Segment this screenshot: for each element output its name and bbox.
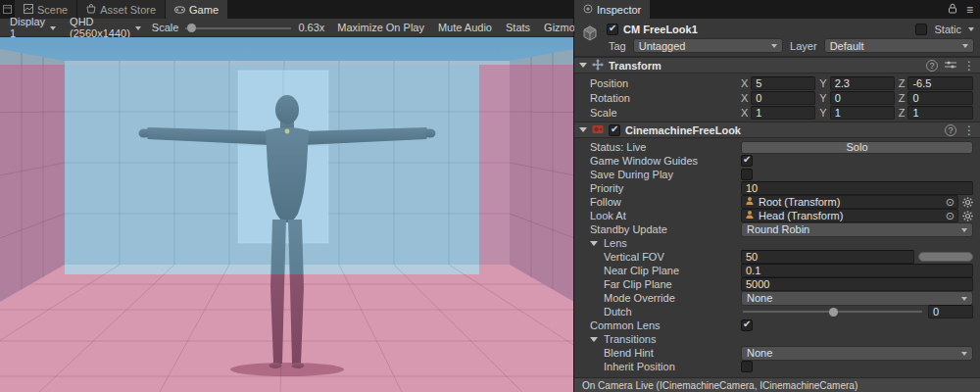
tag-label: Tag	[607, 40, 628, 52]
foldout-icon[interactable]	[579, 63, 587, 68]
tag-dropdown[interactable]: Untagged	[633, 38, 783, 53]
active-checkbox[interactable]	[607, 24, 618, 35]
near-clip-field[interactable]: 0.1	[741, 264, 973, 277]
look-at-row: Look At Head (Transform) ⊙	[574, 209, 980, 222]
dutch-slider[interactable]	[741, 306, 924, 318]
chevron-down-icon	[135, 26, 141, 30]
unity-editor: Scene Asset Store Game Display 1 QHD (25…	[0, 0, 980, 392]
maximize-on-play-button[interactable]: Maximize On Play	[331, 19, 430, 36]
game-window-guides-row: Game Window Guides	[574, 154, 980, 168]
scale-z-field[interactable]: 1	[907, 106, 973, 120]
game-window-guides-checkbox[interactable]	[741, 155, 753, 167]
tab-game-label: Game	[189, 4, 219, 16]
static-label: Static	[932, 24, 963, 35]
rotation-y-field[interactable]: 0	[830, 91, 895, 105]
scale-x-field[interactable]: 1	[751, 106, 815, 120]
save-during-play-checkbox[interactable]	[741, 169, 753, 180]
priority-field[interactable]: 10	[741, 181, 973, 195]
component-enabled-checkbox[interactable]	[609, 124, 620, 136]
tab-inspector[interactable]: Inspector	[574, 0, 651, 19]
game-viewport[interactable]	[0, 37, 573, 392]
transitions-foldout-label[interactable]: Transitions	[602, 333, 658, 345]
object-picker-icon[interactable]: ⊙	[946, 197, 955, 208]
kebab-menu-icon[interactable]: ⋮	[963, 124, 975, 136]
help-icon[interactable]: ?	[945, 124, 956, 136]
transform-header: Transform ? ⋮	[574, 57, 980, 74]
asset-store-icon	[86, 4, 96, 16]
vertical-fov-slider[interactable]	[918, 252, 973, 262]
look-at-object-field[interactable]: Head (Transform) ⊙	[741, 209, 958, 222]
mute-audio-button[interactable]: Mute Audio	[432, 19, 498, 36]
inherit-position-checkbox[interactable]	[741, 361, 753, 372]
game-panel: Scene Asset Store Game Display 1 QHD (25…	[0, 0, 574, 392]
lock-icon[interactable]	[948, 3, 957, 16]
solo-button[interactable]: Solo	[741, 141, 973, 154]
dutch-slider-handle[interactable]	[829, 308, 838, 317]
standby-update-dropdown[interactable]: Round Robin	[741, 222, 973, 237]
layer-dropdown[interactable]: Default	[824, 38, 974, 53]
cinemachine-body: Status: Live Solo Game Window Guides Sav…	[574, 138, 980, 373]
position-z-field[interactable]: -6.5	[907, 76, 973, 90]
scale-slider[interactable]	[183, 19, 293, 36]
gameobject-name[interactable]: CM FreeLook1	[623, 24, 698, 35]
scale-y-field[interactable]: 1	[830, 106, 895, 120]
tab-inspector-label: Inspector	[597, 4, 641, 16]
gameobject-header: CM FreeLook1 Static Tag Untagged Layer D…	[574, 19, 980, 57]
scale-slider-handle[interactable]	[187, 24, 196, 32]
stats-button[interactable]: Stats	[500, 19, 536, 36]
rotation-x-field[interactable]: 0	[751, 91, 815, 105]
lens-foldout-label[interactable]: Lens	[602, 237, 629, 249]
menu-icon[interactable]: ≡	[966, 4, 973, 16]
display-dropdown[interactable]: Display 1	[4, 19, 62, 36]
game-icon	[174, 4, 185, 16]
vertical-fov-row: Vertical FOV 50	[574, 250, 980, 264]
layer-label: Layer	[788, 40, 819, 52]
cinemachine-header: CinemachineFreeLook ? ⋮	[574, 122, 980, 138]
gameobject-name-row: CM FreeLook1 Static	[607, 22, 974, 36]
mode-override-dropdown[interactable]: None	[741, 291, 973, 306]
status-row: Status: Live Solo	[574, 140, 980, 154]
guide-soft-zone-overlay	[65, 65, 479, 274]
position-y-field[interactable]: 2.3	[830, 76, 895, 90]
transform-title: Transform	[609, 60, 662, 72]
foldout-icon[interactable]	[590, 241, 598, 246]
foldout-icon[interactable]	[590, 337, 598, 342]
vertical-fov-field[interactable]: 50	[741, 250, 914, 264]
tab-asset-store-label: Asset Store	[100, 4, 156, 16]
gear-icon[interactable]	[962, 211, 973, 221]
object-picker-icon[interactable]: ⊙	[946, 211, 955, 221]
common-lens-checkbox[interactable]	[741, 319, 753, 331]
position-x-field[interactable]: 5	[751, 76, 815, 90]
transform-icon	[592, 59, 604, 73]
transitions-foldout-row: Transitions	[574, 332, 980, 346]
preset-icon[interactable]	[945, 60, 956, 72]
help-icon[interactable]: ?	[926, 60, 938, 72]
inspector-tab-actions: ≡	[948, 0, 980, 19]
dutch-field[interactable]: 0	[928, 305, 973, 318]
far-clip-field[interactable]: 5000	[741, 277, 973, 291]
foldout-icon[interactable]	[579, 127, 587, 132]
scene-icon	[24, 4, 33, 16]
static-checkbox[interactable]	[915, 24, 927, 35]
blend-hint-dropdown[interactable]: None	[741, 346, 973, 361]
rotation-z-field[interactable]: 0	[907, 91, 973, 105]
inspector-icon	[583, 4, 593, 16]
transform-body: Position X5 Y2.3 Z-6.5 Rotation X0 Y0 Z0…	[574, 74, 980, 122]
chevron-down-icon	[50, 26, 56, 30]
lens-foldout-row: Lens	[574, 236, 980, 250]
chevron-down-icon	[962, 44, 968, 48]
gear-icon[interactable]	[962, 197, 973, 208]
kebab-menu-icon[interactable]: ⋮	[963, 60, 975, 72]
resolution-dropdown[interactable]: QHD (2560x1440)	[64, 19, 147, 36]
game-toolbar: Display 1 QHD (2560x1440) Scale 0.63x Ma…	[0, 19, 573, 37]
common-lens-row: Common Lens	[574, 318, 980, 332]
priority-row: Priority 10	[574, 181, 980, 195]
tab-game[interactable]: Game	[166, 0, 228, 19]
save-during-play-row: Save During Play	[574, 168, 980, 181]
near-clip-row: Near Clip Plane 0.1	[574, 264, 980, 277]
scale-row: Scale X1 Y1 Z1	[574, 105, 980, 120]
follow-object-field[interactable]: Root (Transform) ⊙	[741, 195, 958, 209]
static-dropdown-arrow[interactable]	[968, 27, 974, 31]
cinemachine-title: CinemachineFreeLook	[625, 124, 741, 136]
far-clip-row: Far Clip Plane 5000	[574, 277, 980, 291]
